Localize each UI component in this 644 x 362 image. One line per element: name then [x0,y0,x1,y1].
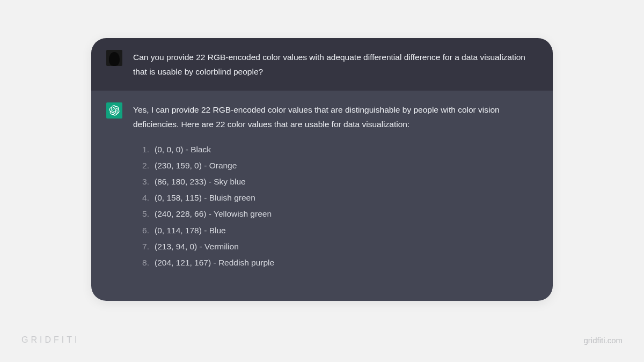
list-item: (204, 121, 167) - Reddish purple [135,255,535,271]
color-list: (0, 0, 0) - Black (230, 159, 0) - Orange… [135,142,535,271]
list-item: (0, 0, 0) - Black [135,142,535,158]
list-item: (240, 228, 66) - Yellowish green [135,206,535,222]
assistant-message-content: Yes, I can provide 22 RGB-encoded color … [133,102,535,271]
list-item: (0, 158, 115) - Bluish green [135,190,535,206]
brand-url: gridfiti.com [583,336,623,345]
list-item: (230, 159, 0) - Orange [135,158,535,174]
list-item: (213, 94, 0) - Vermilion [135,239,535,255]
list-item: (0, 114, 178) - Blue [135,223,535,239]
brand-logo-text: GRIDFITI [21,335,79,345]
list-item: (86, 180, 233) - Sky blue [135,174,535,190]
user-message-row: Can you provide 22 RGB-encoded color val… [91,38,553,91]
assistant-message-row: Yes, I can provide 22 RGB-encoded color … [91,91,553,301]
openai-icon [109,105,120,116]
user-avatar [106,50,122,66]
user-message-text: Can you provide 22 RGB-encoded color val… [133,50,535,79]
assistant-avatar [106,102,122,119]
assistant-intro-text: Yes, I can provide 22 RGB-encoded color … [133,102,535,131]
chat-container: Can you provide 22 RGB-encoded color val… [91,38,553,301]
